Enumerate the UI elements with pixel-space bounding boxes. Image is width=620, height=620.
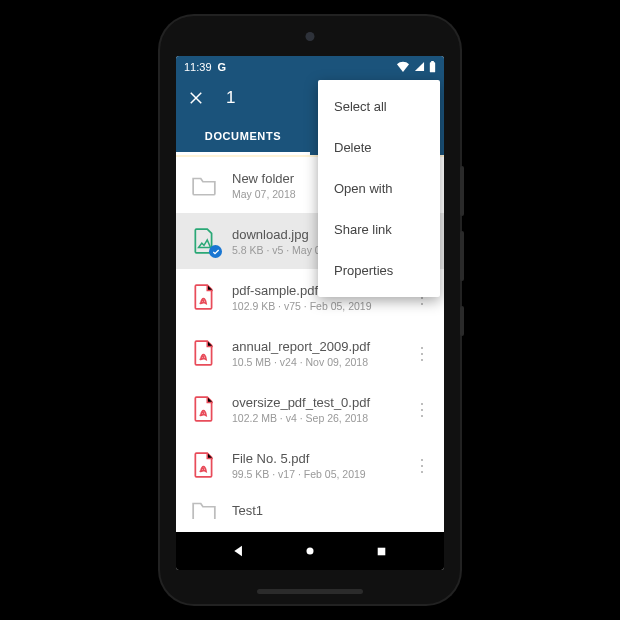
item-name: annual_report_2009.pdf	[232, 339, 400, 354]
front-camera	[306, 32, 315, 41]
menu-select-all[interactable]: Select all	[318, 86, 440, 127]
item-subtitle: 102.9 KB · v75 · Feb 05, 2019	[232, 300, 400, 312]
folder-icon	[190, 171, 218, 199]
pdf-file-icon	[190, 339, 218, 367]
list-item[interactable]: File No. 5.pdf 99.5 KB · v17 · Feb 05, 2…	[176, 437, 444, 493]
nav-recents-button[interactable]	[373, 543, 389, 559]
svg-point-2	[307, 548, 314, 555]
svg-rect-0	[430, 62, 435, 72]
item-subtitle: 10.5 MB · v24 · Nov 09, 2018	[232, 356, 400, 368]
pdf-file-icon	[190, 283, 218, 311]
nav-back-button[interactable]	[231, 543, 247, 559]
tab-documents[interactable]: DOCUMENTS	[176, 119, 310, 155]
list-item[interactable]: oversize_pdf_test_0.pdf 102.2 MB · v4 · …	[176, 381, 444, 437]
phone-power	[460, 306, 464, 336]
folder-icon	[190, 501, 218, 519]
list-item[interactable]: annual_report_2009.pdf 10.5 MB · v24 · N…	[176, 325, 444, 381]
menu-share-link[interactable]: Share link	[318, 209, 440, 250]
item-more-button[interactable]: ⋯	[412, 456, 434, 474]
battery-icon	[429, 61, 436, 73]
phone-frame: 11:39 G 1	[160, 16, 460, 604]
status-time: 11:39	[184, 61, 212, 73]
menu-delete[interactable]: Delete	[318, 127, 440, 168]
wifi-icon	[396, 61, 410, 72]
android-nav-bar	[176, 532, 444, 570]
menu-properties[interactable]: Properties	[318, 250, 440, 291]
item-more-button[interactable]: ⋯	[412, 344, 434, 362]
signal-icon	[414, 61, 425, 72]
phone-volume-down	[460, 231, 464, 281]
phone-volume-up	[460, 166, 464, 216]
pdf-file-icon	[190, 395, 218, 423]
item-subtitle: 102.2 MB · v4 · Sep 26, 2018	[232, 412, 400, 424]
overflow-menu: Select all Delete Open with Share link P…	[318, 80, 440, 297]
pdf-file-icon	[190, 451, 218, 479]
bottom-speaker	[257, 589, 363, 594]
selected-check-icon	[209, 245, 222, 258]
svg-rect-1	[431, 61, 434, 63]
item-name: oversize_pdf_test_0.pdf	[232, 395, 400, 410]
close-selection-button[interactable]	[184, 86, 208, 110]
status-g-icon: G	[218, 61, 227, 73]
item-subtitle: 99.5 KB · v17 · Feb 05, 2019	[232, 468, 400, 480]
item-name: File No. 5.pdf	[232, 451, 400, 466]
menu-open-with[interactable]: Open with	[318, 168, 440, 209]
list-item[interactable]: Test1	[176, 493, 444, 521]
item-name: Test1	[232, 503, 432, 518]
status-bar: 11:39 G	[176, 56, 444, 77]
nav-home-button[interactable]	[302, 543, 318, 559]
image-file-icon	[190, 227, 218, 255]
item-more-button[interactable]: ⋯	[412, 400, 434, 418]
device-screen: 11:39 G 1	[176, 56, 444, 570]
svg-rect-3	[377, 547, 385, 555]
